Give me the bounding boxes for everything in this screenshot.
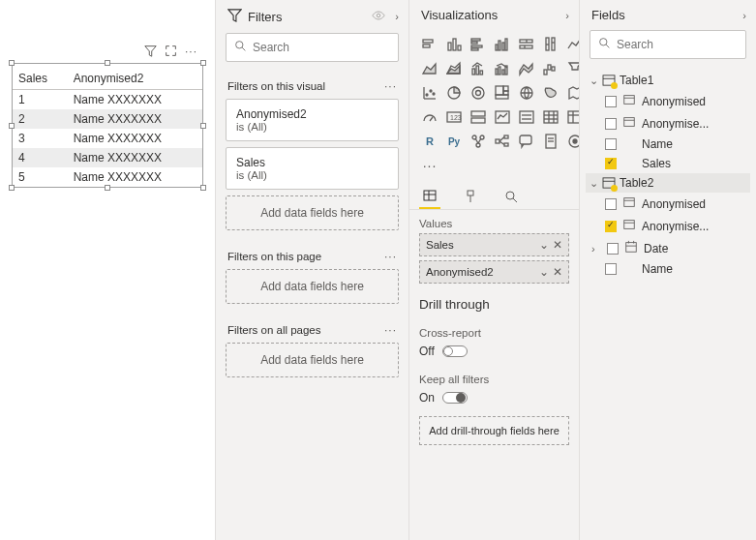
report-canvas[interactable]: ··· Sales Anonymised2 1Name XXXXXXX 2Nam… <box>0 0 215 540</box>
field-item-anonymise[interactable]: Anonymise... <box>586 215 750 237</box>
column-header[interactable]: Sales <box>13 68 68 90</box>
stacked-column-icon[interactable] <box>443 34 465 55</box>
svg-rect-21 <box>552 38 555 50</box>
collapse-pane-icon[interactable]: › <box>395 11 399 22</box>
more-visuals-icon[interactable]: ··· <box>419 155 440 176</box>
table-visual[interactable]: Sales Anonymised2 1Name XXXXXXX 2Name XX… <box>12 63 203 188</box>
paginated-report-icon[interactable] <box>540 131 561 152</box>
filter-card-anonymised2[interactable]: Anonymised2 is (All) <box>226 99 399 141</box>
table-row[interactable]: 1Name XXXXXXX <box>13 90 202 110</box>
field-item-name[interactable]: Name <box>586 135 750 154</box>
add-report-filter-drop[interactable]: Add data fields here <box>226 343 399 377</box>
field-checkbox[interactable] <box>607 243 619 255</box>
cross-report-toggle[interactable] <box>442 345 468 357</box>
ribbon-chart-icon[interactable] <box>516 58 537 79</box>
value-field-anonymised2[interactable]: Anonymised2 ⌄✕ <box>419 260 569 284</box>
card-icon[interactable]: 123 <box>443 106 465 128</box>
stacked-area-icon[interactable] <box>443 58 465 79</box>
hundred-stacked-column-icon[interactable] <box>540 34 561 55</box>
python-visual-icon[interactable]: Py <box>443 131 465 152</box>
donut-chart-icon[interactable] <box>468 82 489 104</box>
chevron-down-icon[interactable]: ⌄ <box>539 238 549 252</box>
eye-icon[interactable] <box>372 9 385 25</box>
field-item-sales[interactable]: Sales <box>586 154 750 173</box>
svg-rect-13 <box>499 41 500 50</box>
line-clustered-column-icon[interactable] <box>492 58 513 79</box>
table-row[interactable]: 3Name XXXXXXX <box>13 129 202 148</box>
field-checkbox[interactable] <box>605 96 617 107</box>
value-field-sales[interactable]: Sales ⌄✕ <box>419 233 569 256</box>
field-checkbox[interactable] <box>605 158 617 169</box>
line-column-icon[interactable] <box>468 58 489 79</box>
map-icon[interactable] <box>516 82 537 104</box>
remove-field-icon[interactable]: ✕ <box>553 265 562 279</box>
clustered-bar-icon[interactable] <box>468 34 489 55</box>
multi-row-card-icon[interactable] <box>468 106 489 128</box>
field-item-anonymised[interactable]: Anonymised <box>586 90 750 112</box>
svg-rect-45 <box>496 95 508 99</box>
table-row[interactable]: 2Name XXXXXXX <box>13 109 202 129</box>
waterfall-icon[interactable] <box>540 58 561 79</box>
table-node-table1[interactable]: Table1 <box>586 71 750 90</box>
key-influencers-icon[interactable] <box>468 131 489 152</box>
pie-chart-icon[interactable] <box>443 82 465 104</box>
table-row[interactable]: 5Name XXXXXXX <box>13 167 202 187</box>
kpi-icon[interactable] <box>492 106 513 128</box>
field-checkbox[interactable] <box>605 263 617 275</box>
more-options-icon[interactable]: ··· <box>384 323 397 337</box>
fields-tab[interactable] <box>419 184 440 209</box>
column-header[interactable]: Anonymised2 <box>68 68 202 90</box>
decomposition-tree-icon[interactable] <box>492 131 513 152</box>
filters-search-input[interactable] <box>253 41 398 54</box>
fields-search-input[interactable] <box>617 38 756 51</box>
filled-map-icon[interactable] <box>540 82 561 104</box>
svg-line-86 <box>513 198 517 202</box>
collapse-pane-icon[interactable]: › <box>565 10 569 21</box>
chevron-right-icon[interactable] <box>591 243 601 255</box>
collapse-pane-icon[interactable]: › <box>742 10 746 21</box>
scatter-icon[interactable] <box>419 82 440 104</box>
field-item-anonymise[interactable]: Anonymise... <box>586 112 750 135</box>
fields-search[interactable] <box>590 30 746 59</box>
filters-search[interactable] <box>226 33 399 62</box>
field-item-date[interactable]: Date <box>586 237 750 259</box>
remove-field-icon[interactable]: ✕ <box>553 238 562 252</box>
field-item-name[interactable]: Name <box>586 259 750 279</box>
field-checkbox[interactable] <box>605 138 617 150</box>
visualizations-pane: Visualizations › 123 R Py <box>408 0 579 540</box>
chevron-down-icon[interactable]: ⌄ <box>539 265 549 279</box>
add-visual-filter-drop[interactable]: Add data fields here <box>226 195 399 230</box>
text-field-icon <box>622 195 636 212</box>
gauge-icon[interactable] <box>419 106 440 128</box>
svg-rect-74 <box>520 135 531 144</box>
drill-through-drop[interactable]: Add drill-through fields here <box>419 416 569 445</box>
analytics-tab[interactable] <box>500 184 522 209</box>
slicer-icon[interactable] <box>516 106 537 128</box>
chevron-down-icon[interactable] <box>590 177 598 190</box>
more-options-icon[interactable]: ··· <box>384 79 397 93</box>
r-visual-icon[interactable]: R <box>419 131 440 152</box>
treemap-icon[interactable] <box>492 82 513 104</box>
more-options-icon[interactable]: ··· <box>185 45 197 60</box>
format-tab[interactable] <box>460 184 481 209</box>
filter-card-sales[interactable]: Sales is (All) <box>226 147 399 190</box>
hundred-stacked-bar-icon[interactable] <box>516 34 537 55</box>
field-checkbox[interactable] <box>605 118 617 130</box>
stacked-bar-icon[interactable] <box>419 34 440 55</box>
svg-rect-17 <box>520 45 532 48</box>
more-options-icon[interactable]: ··· <box>384 250 397 263</box>
add-page-filter-drop[interactable]: Add data fields here <box>226 269 399 304</box>
table-row[interactable]: 4Name XXXXXXX <box>13 148 202 167</box>
filter-icon[interactable] <box>144 45 157 60</box>
keep-filters-toggle[interactable] <box>442 392 468 404</box>
area-chart-icon[interactable] <box>419 58 440 79</box>
chevron-down-icon[interactable] <box>590 75 598 87</box>
table-icon[interactable] <box>540 106 561 128</box>
qa-visual-icon[interactable] <box>516 131 537 152</box>
table-node-table2[interactable]: Table2 <box>586 173 750 193</box>
clustered-column-icon[interactable] <box>492 34 513 55</box>
field-checkbox[interactable] <box>605 221 617 232</box>
field-checkbox[interactable] <box>605 198 617 210</box>
focus-mode-icon[interactable] <box>165 45 177 60</box>
field-item-anonymised[interactable]: Anonymised <box>586 193 750 215</box>
